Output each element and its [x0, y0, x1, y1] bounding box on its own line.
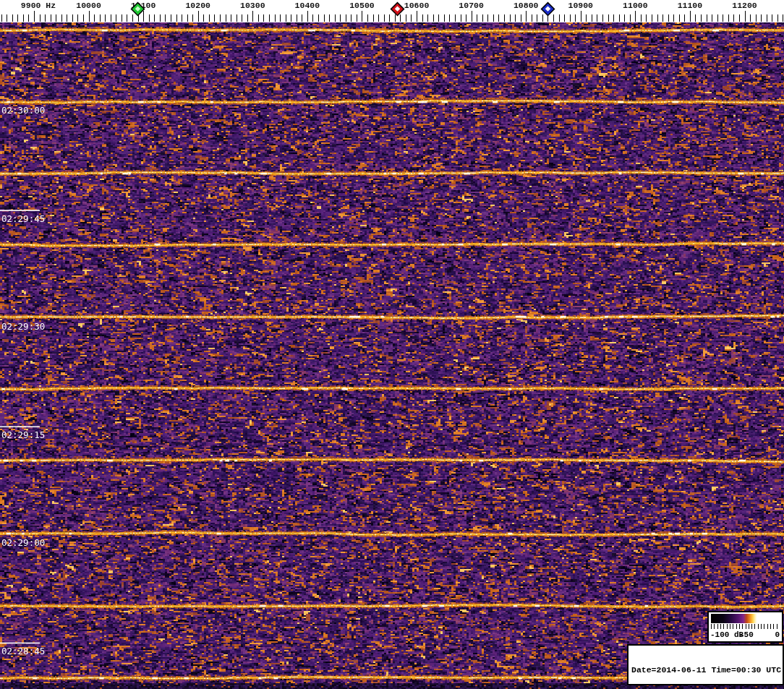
marker-red-diamond[interactable]: [390, 1, 405, 17]
spectrogram-app: 9900 Hz100001010010200103001040010500106…: [0, 0, 784, 689]
time-tick-label: 02:30:00: [1, 105, 45, 116]
colorbar-ticks: [711, 624, 780, 629]
marker-blue-diamond[interactable]: [540, 1, 555, 17]
time-tick-label: 02:29:00: [1, 537, 45, 548]
frequency-markers: [0, 0, 784, 22]
time-tick-label: 02:29:45: [1, 213, 45, 224]
colorbar-gradient: [711, 614, 780, 623]
colorbar-mid-label: -50: [739, 630, 754, 639]
observation-info-box: Date=2014-06-11 Time=00:30 UTC Freq=143 …: [627, 644, 784, 685]
colorbar-legend[interactable]: -100 dB -50 0: [707, 611, 783, 643]
info-date-time: Date=2014-06-11 Time=00:30 UTC: [631, 665, 783, 675]
marker-green-diamond[interactable]: [130, 1, 145, 17]
time-tick-label: 02:29:15: [1, 429, 45, 440]
time-tick-label: 02:28:45: [1, 646, 45, 656]
spectrogram-waterfall-canvas[interactable]: [0, 0, 784, 689]
time-tick-label: 02:29:30: [1, 321, 45, 332]
colorbar-max-label: 0: [775, 630, 780, 639]
